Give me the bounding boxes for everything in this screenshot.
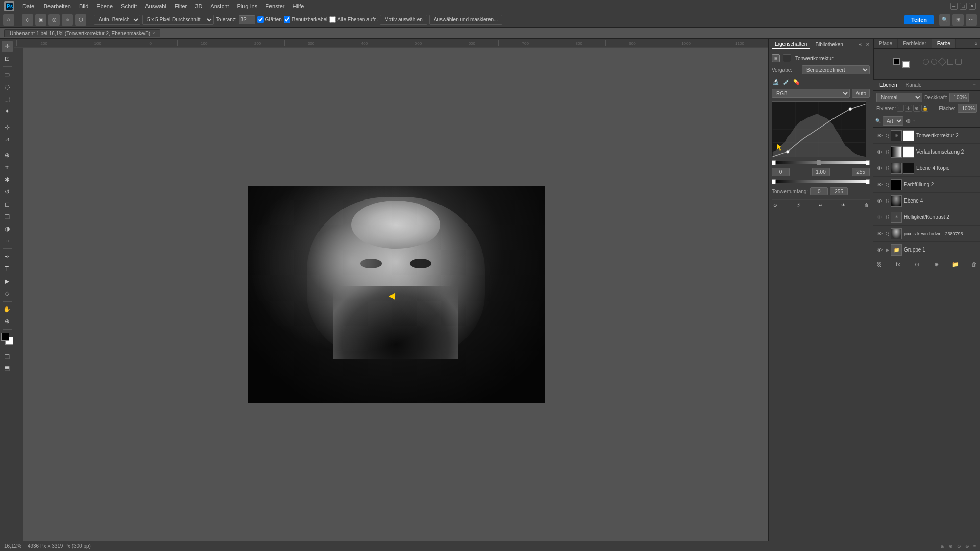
- add-mask-button[interactable]: ⊙: [913, 260, 922, 269]
- benutzbarkabel-checkbox[interactable]: Benutzbarkabel: [284, 16, 328, 23]
- tab-close-icon[interactable]: ×: [152, 31, 155, 36]
- quick-mask-tool[interactable]: ◫: [2, 350, 13, 362]
- eyedropper-white-icon[interactable]: 💊: [792, 78, 800, 86]
- menu-fenster[interactable]: Fenster: [261, 2, 288, 10]
- shadow-handle[interactable]: [772, 160, 776, 165]
- home-icon[interactable]: ⌂: [3, 14, 14, 26]
- healing-tool[interactable]: ⊕: [2, 149, 13, 161]
- foreground-color-swatch[interactable]: [1, 333, 9, 341]
- collapse-icon[interactable]: «: [859, 42, 862, 47]
- type-tool[interactable]: T: [2, 263, 13, 274]
- menu-hilfe[interactable]: Hilfe: [288, 2, 308, 10]
- visibility-toggle[interactable]: 👁: [875, 230, 884, 238]
- output-shadow-handle[interactable]: [772, 179, 776, 184]
- layer-item[interactable]: 👁 ⛓ Ebene 4 Kopie: [873, 160, 980, 177]
- visibility-toggle[interactable]: 👁: [875, 181, 884, 189]
- layer-item[interactable]: 👁 ▶ 📁 Gruppe 1: [873, 242, 980, 258]
- visibility-toggle[interactable]: 👁: [875, 246, 884, 254]
- output-highlight-handle[interactable]: [866, 179, 870, 184]
- dodge-tool[interactable]: ○: [2, 235, 13, 246]
- canvas-content[interactable]: [23, 48, 768, 541]
- magic-wand-tool[interactable]: ✦: [2, 106, 13, 117]
- visibility-icon[interactable]: 👁: [840, 202, 847, 209]
- close-panel-icon[interactable]: ✕: [866, 42, 870, 47]
- bibliotheken-tab[interactable]: Bibliotheken: [812, 41, 846, 48]
- lock-pixels-icon[interactable]: ⬚: [897, 105, 904, 112]
- layer-item[interactable]: 👁 ⛓ ☀ Helligkeit/Kontrast 2: [873, 209, 980, 226]
- layer-item[interactable]: 👁 ⛓ Verlaufsumsetzung 2: [873, 144, 980, 160]
- artboard-tool[interactable]: ⊡: [2, 53, 13, 64]
- color-swatches[interactable]: [1, 333, 13, 345]
- ebenen-tab[interactable]: Ebenen: [875, 80, 901, 90]
- rect-select-icon[interactable]: ▣: [35, 14, 46, 26]
- layer-item[interactable]: 👁 ⛓ ⊙ Tonwertkorrektur 2: [873, 128, 980, 144]
- color-icon-2[interactable]: [931, 59, 937, 65]
- adjustment-layer-button[interactable]: ⊕: [932, 260, 941, 269]
- lasso-tool[interactable]: ◌: [2, 81, 13, 92]
- color-icon-4[interactable]: [947, 59, 953, 65]
- filter-icon[interactable]: ⊛: [906, 118, 911, 124]
- photo-canvas[interactable]: [248, 186, 545, 403]
- search-icon[interactable]: 🔍: [939, 14, 950, 26]
- menu-bild[interactable]: Bild: [75, 2, 92, 10]
- layer-item[interactable]: 👁 ⛓ pixels-kevin-bidwell-2380795: [873, 226, 980, 242]
- rect-select-tool[interactable]: ▭: [2, 69, 13, 80]
- menu-3d[interactable]: 3D: [191, 2, 206, 10]
- more-icon[interactable]: ⋯: [966, 14, 977, 26]
- pfade-tab[interactable]: Pfade: [874, 39, 898, 48]
- brush-tool[interactable]: ⌗: [2, 162, 13, 173]
- history-brush-tool[interactable]: ↺: [2, 186, 13, 197]
- auto-button[interactable]: Auto: [852, 89, 870, 98]
- kanaele-tab[interactable]: Kanäle: [901, 80, 926, 90]
- lock-all-icon[interactable]: 🔒: [921, 105, 928, 112]
- aufmodus-select[interactable]: Aufn.-Bereich: [94, 15, 140, 25]
- object-select-tool[interactable]: ⬚: [2, 93, 13, 105]
- group-layers-button[interactable]: 📁: [951, 260, 960, 269]
- layer-item[interactable]: 👁 ⛓ Farbfüllung 2: [873, 177, 980, 193]
- lock-position-icon[interactable]: ✛: [905, 105, 912, 112]
- visibility-toggle[interactable]: 👁: [875, 197, 884, 205]
- delete-icon[interactable]: 🗑: [863, 202, 870, 209]
- move-tool[interactable]: ✛: [2, 41, 13, 52]
- lasso2-icon[interactable]: ⌾: [62, 14, 73, 26]
- delete-layer-button[interactable]: 🗑: [970, 260, 979, 269]
- menu-plugins[interactable]: Plug-ins: [233, 2, 261, 10]
- menu-auswahl[interactable]: Auswahl: [141, 2, 170, 10]
- hand-tool[interactable]: ✋: [2, 304, 13, 315]
- layer-link-icon[interactable]: ▶: [884, 246, 891, 254]
- menu-schrift[interactable]: Schrift: [117, 2, 141, 10]
- status-icon-1[interactable]: ⊞: [941, 544, 945, 549]
- eyedropper-black-icon[interactable]: 🔬: [772, 78, 780, 86]
- eyedropper-tool[interactable]: ⊿: [2, 134, 13, 145]
- histogram-area[interactable]: [772, 101, 866, 157]
- visibility-toggle[interactable]: 👁: [875, 132, 884, 140]
- tonal-range-max-input[interactable]: [830, 187, 848, 195]
- close-button[interactable]: ✕: [969, 3, 976, 10]
- channel-select[interactable]: RGB: [772, 89, 850, 98]
- background-swatch[interactable]: [902, 61, 910, 68]
- status-icon-3[interactable]: ⊙: [957, 544, 961, 549]
- blending-mode-select[interactable]: Normal: [876, 93, 922, 102]
- tonal-slider[interactable]: [772, 159, 870, 166]
- motiv-button[interactable]: Motiv auswählen: [380, 15, 427, 25]
- minimize-button[interactable]: ─: [950, 3, 958, 10]
- status-icon-4[interactable]: ⊛: [965, 544, 969, 549]
- foreground-swatch[interactable]: [893, 58, 900, 65]
- layer-link-icon[interactable]: ⛓: [884, 132, 891, 139]
- visibility-toggle[interactable]: 👁: [875, 213, 884, 221]
- alle-ebenen-checkbox[interactable]: Alle Ebenen aufn.: [329, 16, 378, 23]
- midtone-input[interactable]: [812, 168, 830, 176]
- shadow-input[interactable]: [772, 168, 790, 176]
- layer-link-icon[interactable]: ⛓: [884, 165, 891, 172]
- gradient-tool[interactable]: ◫: [2, 211, 13, 222]
- auswaehlen-button[interactable]: Auswählen und maskieren...: [429, 15, 503, 25]
- layer-mask-thumbnail[interactable]: [903, 130, 914, 141]
- crop-tool[interactable]: ⊹: [2, 121, 13, 133]
- share-button[interactable]: Teilen: [904, 15, 934, 24]
- lock-artboard-icon[interactable]: ⊕: [913, 105, 920, 112]
- output-slider[interactable]: [772, 178, 870, 185]
- ellipse-icon[interactable]: ◎: [48, 14, 60, 26]
- workspace-icon[interactable]: ⊞: [952, 14, 964, 26]
- pen-tool[interactable]: ✒: [2, 251, 13, 262]
- path-select-tool[interactable]: ▶: [2, 276, 13, 287]
